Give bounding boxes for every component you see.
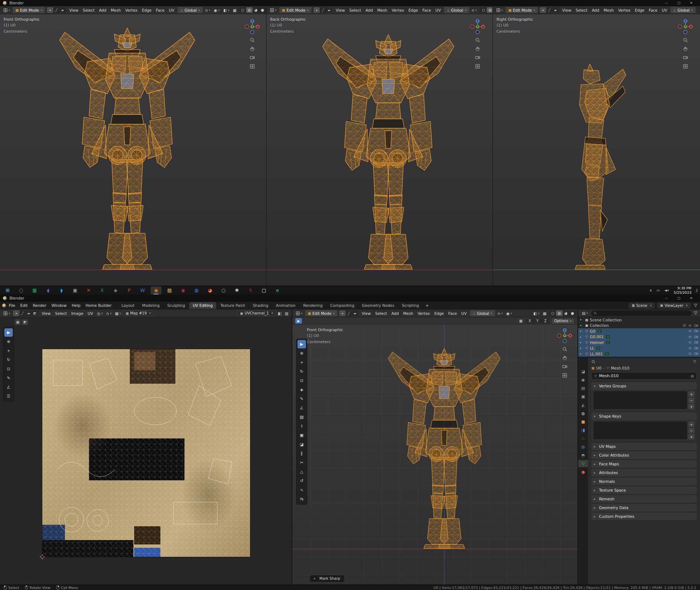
outliner-filter-icon[interactable] — [693, 311, 698, 315]
taskbar-app-icon[interactable]: ◗ — [56, 286, 67, 294]
properties-panel-collapsed[interactable]: ▸Texture Space — [591, 487, 697, 494]
pan-icon[interactable] — [562, 355, 567, 360]
taskbar-app-icon[interactable]: X — [97, 286, 108, 294]
navigation-gizmo[interactable] — [557, 328, 573, 344]
tool-button[interactable]: ∠ — [298, 404, 306, 412]
tool-button[interactable]: ↺ — [298, 477, 306, 485]
properties-panel-collapsed[interactable]: ▸Face Maps — [591, 460, 697, 468]
camera-view-icon[interactable] — [562, 364, 567, 369]
taskbar-app-icon[interactable]: ⊞ — [2, 286, 13, 294]
outliner-object-row[interactable]: ▸▽G0.001▽ — [578, 334, 700, 340]
close-button[interactable]: ✕ — [685, 0, 697, 6]
workspace-tab[interactable]: UV Editing — [189, 302, 217, 309]
specials-menu-button[interactable]: ∨ — [688, 434, 695, 439]
menu-item[interactable]: Help — [69, 302, 83, 308]
properties-tab[interactable]: ∴ — [578, 435, 588, 442]
properties-tab[interactable]: ▤ — [578, 384, 588, 392]
panel-vertex-groups[interactable]: ▾Vertex Groups + − ∨ — [591, 382, 697, 411]
select-mode-buttons[interactable]: ∙╱▰ — [339, 310, 358, 316]
tool-button[interactable]: ∿ — [298, 486, 306, 494]
taskbar-app-icon[interactable]: ◉ — [151, 286, 162, 294]
uv-tool-button[interactable]: ↻ — [4, 356, 13, 364]
workspace-tab[interactable]: Layout — [118, 302, 139, 309]
uv-canvas[interactable]: ▦ ◩ ▶ ⊕ + ↻ ⊡ ✎ ∠ ☰ — [0, 317, 292, 585]
snap-toggle[interactable]: ∩∨ — [204, 7, 212, 13]
tray-display-icon[interactable]: ▭ — [657, 288, 660, 292]
menu-item[interactable]: View — [334, 7, 347, 13]
menu-item[interactable]: Vertex — [415, 310, 432, 316]
menu-item[interactable]: Vertex — [123, 7, 140, 13]
hide-eye-icon[interactable] — [688, 340, 692, 344]
maximize-button[interactable]: ▢ — [673, 0, 685, 6]
properties-tab[interactable]: ◨ — [578, 426, 588, 434]
grid-toggle-icon[interactable] — [562, 373, 567, 378]
uv-tool-button[interactable]: ☰ — [4, 392, 13, 401]
workspace-tab[interactable]: Shading — [249, 302, 272, 309]
navigation-gizmo[interactable] — [470, 19, 486, 35]
grid-toggle-icon[interactable] — [683, 64, 688, 69]
outliner-object-row[interactable]: ▸▽Helmet▽ — [578, 340, 700, 345]
properties-panel-collapsed[interactable]: ▸Custom Properties — [591, 513, 697, 520]
properties-panel-collapsed[interactable]: ▸Geometry Data — [591, 504, 697, 511]
menu-item[interactable]: Face — [420, 7, 433, 13]
disable-render-icon[interactable] — [694, 329, 698, 333]
mesh-object-side[interactable] — [567, 27, 630, 270]
hide-eye-icon[interactable] — [688, 352, 692, 356]
workspace-tab[interactable]: Rendering — [299, 302, 327, 309]
menu-item[interactable]: Window — [49, 302, 69, 308]
mirror-axis-button[interactable]: X — [526, 319, 534, 324]
menu-item[interactable]: Select — [81, 7, 97, 13]
mode-select[interactable]: ▦Edit Mode∨ — [305, 310, 337, 316]
taskbar-clock[interactable]: 9:39 PM 5/25/2023 — [674, 286, 692, 295]
menu-item[interactable]: Edge — [432, 310, 446, 316]
camera-view-icon[interactable] — [250, 55, 255, 60]
scene-selector[interactable]: ▦Scene✕ — [629, 303, 654, 308]
editor-type-button[interactable]: ∨ — [495, 7, 505, 13]
zoom-icon[interactable] — [250, 38, 255, 43]
mirror-axis-button[interactable]: Y — [534, 319, 541, 324]
menu-item[interactable]: View — [359, 310, 373, 316]
menu-item[interactable]: File — [6, 302, 18, 308]
taskbar-app-icon[interactable]: P — [124, 286, 135, 294]
active-tool-icon[interactable]: ▶ — [295, 318, 302, 324]
grid-toggle-icon[interactable] — [250, 64, 255, 69]
blender-menu-icon[interactable] — [2, 304, 6, 308]
shading-mode-buttons[interactable]: ○◍◕● — [240, 7, 266, 13]
title-bar[interactable]: Blender — ▢ ✕ — [0, 0, 700, 6]
select-mode-buttons[interactable]: ∙╱▰ — [314, 7, 332, 13]
pan-icon[interactable] — [683, 46, 688, 51]
outliner-search-input[interactable] — [591, 310, 692, 316]
menu-item[interactable]: Mesh — [109, 7, 123, 13]
mode-select[interactable]: ▦Edit Mode∨ — [13, 7, 45, 13]
outliner-object-row[interactable]: ▸▽G0▽ — [578, 328, 700, 334]
menu-item[interactable]: Vertex — [389, 7, 406, 13]
notification-center-icon[interactable]: ▯ — [696, 288, 698, 292]
menu-item[interactable]: Edge — [633, 7, 646, 13]
hide-eye-icon[interactable] — [688, 324, 692, 328]
mesh-object-back[interactable] — [312, 27, 464, 270]
menu-item[interactable]: Edge — [140, 7, 153, 13]
filter-icon[interactable] — [693, 360, 697, 364]
image-browse-button[interactable]: ▦∨ — [113, 310, 122, 316]
title-bar[interactable]: Blender — ▢ ✕ — [0, 294, 700, 302]
menu-item[interactable]: UV — [459, 310, 469, 316]
outliner-display-mode[interactable]: ▤∨ — [580, 310, 590, 316]
uv-2d-cursor[interactable] — [40, 554, 45, 559]
tool-button[interactable]: ✎ — [298, 395, 306, 403]
orientation-select[interactable]: ⊥Global∨ — [444, 7, 469, 13]
menu-item[interactable]: Home Builder — [83, 302, 114, 308]
menu-item[interactable]: Mesh — [602, 7, 616, 13]
menu-item[interactable]: UV — [433, 7, 443, 13]
workspace-tab[interactable]: Sculpting — [164, 302, 189, 309]
menu-item[interactable]: Add — [363, 7, 375, 13]
outliner-object-row[interactable]: ▸▽LL.001▽ — [578, 351, 700, 357]
camera-view-icon[interactable] — [475, 55, 480, 60]
taskbar-app-icon[interactable]: ▢ — [258, 286, 269, 294]
taskbar-app-icon[interactable]: ▤ — [164, 286, 175, 294]
menu-item[interactable]: Edge — [406, 7, 420, 13]
zoom-icon[interactable] — [562, 347, 567, 352]
collection-checkbox[interactable]: ☑ — [683, 324, 686, 327]
shape-keys-list[interactable] — [594, 422, 687, 439]
panel-shape-keys[interactable]: ▾Shape Keys + − ∨ — [591, 413, 697, 441]
minimize-button[interactable]: — — [661, 0, 672, 6]
